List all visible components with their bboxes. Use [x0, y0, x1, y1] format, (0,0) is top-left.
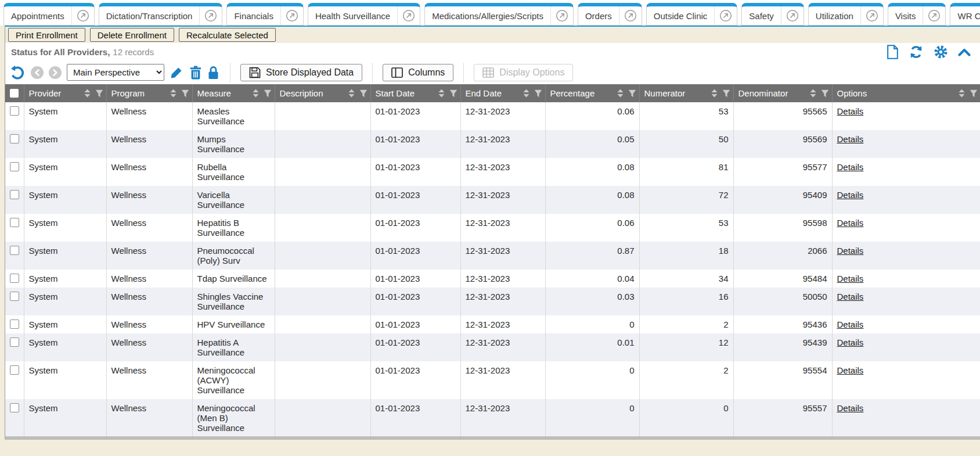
edit-pencil-icon[interactable]: [170, 66, 183, 80]
select-all-checkbox[interactable]: [10, 89, 19, 98]
filter-icon[interactable]: [264, 89, 272, 98]
details-link[interactable]: Details: [837, 106, 864, 116]
collapse-icon[interactable]: [958, 48, 971, 56]
sort-icon[interactable]: [617, 89, 624, 98]
row-checkbox[interactable]: [10, 246, 19, 255]
column-header-end-date[interactable]: End Date: [460, 84, 545, 102]
filter-icon[interactable]: [722, 89, 730, 98]
row-checkbox[interactable]: [10, 274, 19, 283]
details-link[interactable]: Details: [837, 218, 864, 228]
popout-icon[interactable]: [619, 6, 642, 25]
details-link[interactable]: Details: [837, 292, 864, 301]
popout-icon[interactable]: [550, 6, 573, 25]
popout-icon[interactable]: [923, 6, 945, 25]
filter-icon[interactable]: [181, 89, 189, 98]
module-tab[interactable]: Visits: [888, 3, 946, 26]
row-checkbox[interactable]: [10, 319, 19, 329]
row-checkbox[interactable]: [10, 218, 19, 227]
sort-icon[interactable]: [252, 89, 260, 98]
details-link[interactable]: Details: [837, 274, 864, 283]
module-tab[interactable]: Outside Clinic: [646, 3, 738, 26]
details-link[interactable]: Details: [837, 365, 864, 375]
sort-icon[interactable]: [711, 89, 718, 98]
module-tab[interactable]: Financials: [226, 3, 304, 26]
column-header-measure[interactable]: Measure: [192, 84, 275, 102]
popout-icon[interactable]: [397, 6, 420, 25]
column-header-options[interactable]: Options: [832, 84, 980, 102]
cell-end-date: 12-31-2023: [460, 186, 545, 214]
details-link[interactable]: Details: [837, 162, 864, 172]
details-link[interactable]: Details: [837, 319, 864, 329]
module-tab[interactable]: Health Surveillance: [308, 3, 420, 26]
perspective-select[interactable]: Main Perspective: [67, 64, 164, 81]
refresh-icon[interactable]: [909, 45, 924, 59]
filter-icon[interactable]: [359, 89, 368, 98]
column-header-provider[interactable]: Provider: [24, 84, 106, 102]
next-perspective-icon[interactable]: [49, 66, 62, 79]
module-tab[interactable]: Dictation/Transcription: [99, 3, 223, 26]
cell-options: Details: [832, 288, 980, 315]
popout-icon[interactable]: [280, 6, 303, 25]
row-checkbox[interactable]: [10, 337, 19, 347]
filter-icon[interactable]: [95, 89, 103, 98]
details-link[interactable]: Details: [837, 190, 864, 200]
display-options-button[interactable]: Display Options: [474, 64, 573, 81]
popout-icon[interactable]: [781, 6, 804, 25]
sort-icon[interactable]: [809, 89, 817, 98]
sort-icon[interactable]: [523, 89, 530, 98]
details-link[interactable]: Details: [837, 403, 864, 413]
cell-options: Details: [832, 158, 980, 186]
sort-icon[interactable]: [170, 89, 177, 98]
row-checkbox[interactable]: [10, 365, 19, 375]
columns-button[interactable]: Columns: [383, 64, 453, 81]
details-link[interactable]: Details: [837, 337, 864, 347]
popout-icon[interactable]: [714, 6, 737, 25]
module-tab[interactable]: Orders: [578, 3, 642, 26]
popout-icon[interactable]: [71, 6, 94, 25]
toolbar-button[interactable]: Delete Enrollment: [90, 28, 174, 42]
row-checkbox[interactable]: [10, 292, 19, 301]
module-tab[interactable]: Safety: [741, 3, 804, 26]
row-checkbox[interactable]: [10, 134, 19, 143]
new-document-icon[interactable]: [887, 45, 899, 59]
sort-icon[interactable]: [438, 89, 445, 98]
gear-icon[interactable]: [934, 45, 948, 59]
column-header-start-date[interactable]: Start Date: [370, 84, 460, 102]
filter-icon[interactable]: [534, 89, 542, 98]
details-link[interactable]: Details: [837, 246, 864, 256]
toolbar-button[interactable]: Recalculate Selected: [179, 28, 276, 42]
module-tab[interactable]: WR Case Mgmt: [950, 3, 980, 26]
lock-icon[interactable]: [207, 66, 220, 80]
row-checkbox[interactable]: [10, 190, 19, 199]
filter-icon[interactable]: [449, 89, 457, 98]
sort-icon[interactable]: [958, 89, 965, 98]
row-checkbox-cell: [5, 270, 24, 288]
select-all-header[interactable]: [5, 84, 24, 102]
undo-icon[interactable]: [10, 65, 26, 80]
details-link[interactable]: Details: [837, 134, 864, 144]
column-header-program[interactable]: Program: [106, 84, 192, 102]
row-checkbox[interactable]: [10, 403, 19, 412]
filter-icon[interactable]: [821, 89, 829, 98]
filter-icon[interactable]: [628, 89, 636, 98]
column-header-percentage[interactable]: Percentage: [545, 84, 639, 102]
cell-description: [275, 102, 370, 130]
store-displayed-data-button[interactable]: Store Displayed Data: [240, 64, 362, 81]
sort-icon[interactable]: [348, 89, 355, 98]
row-checkbox[interactable]: [10, 162, 19, 171]
module-tab[interactable]: Medications/Allergies/Scripts: [424, 3, 574, 26]
previous-perspective-icon[interactable]: [31, 66, 44, 79]
table-row: System Wellness Measles Surveillance 01-…: [5, 102, 980, 130]
toolbar-button[interactable]: Print Enrollment: [8, 28, 85, 42]
popout-icon[interactable]: [860, 6, 883, 25]
filter-icon[interactable]: [970, 89, 978, 98]
row-checkbox[interactable]: [10, 106, 19, 116]
module-tab[interactable]: Appointments: [3, 3, 95, 26]
column-header-description[interactable]: Description: [275, 84, 370, 102]
delete-trash-icon[interactable]: [189, 66, 201, 80]
column-header-numerator[interactable]: Numerator: [639, 84, 733, 102]
column-header-denominator[interactable]: Denominator: [733, 84, 832, 102]
module-tab[interactable]: Utilization: [808, 3, 884, 26]
popout-icon[interactable]: [199, 6, 222, 25]
sort-icon[interactable]: [84, 89, 91, 98]
